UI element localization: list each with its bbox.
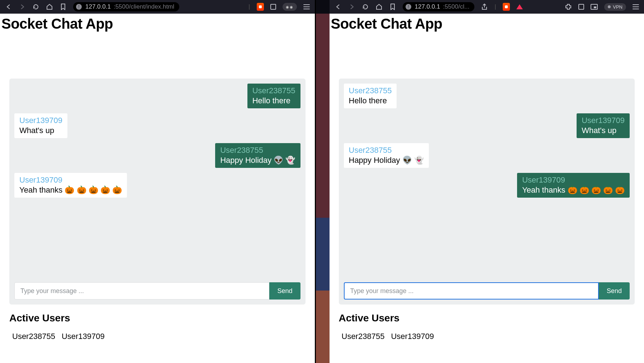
chat-message: User139709 What's up [14,113,67,138]
chat-message: User238755 Hello there [247,84,300,108]
active-user-item: User139709 [391,332,434,341]
site-info-icon[interactable]: ! [75,3,82,10]
chat-message: User238755 Hello there [344,84,397,108]
window-gap [316,0,330,363]
chat-panel: User238755 Hello there User139709 What's… [339,79,635,305]
site-info-icon[interactable]: ! [405,3,412,10]
message-text: Happy Holiday 👽 👻 [220,156,295,165]
chat-message: User139709 What's up [577,113,630,138]
chat-message: User238755 Happy Holiday 👽 👻 [344,143,429,168]
message-username: User139709 [522,175,625,185]
toolbar-separator: | [248,3,250,10]
message-text: What's up [582,126,616,135]
url-host: 127.0.0.1 [85,3,111,10]
pip-icon[interactable] [591,4,598,10]
message-username: User139709 [582,116,625,126]
message-username: User238755 [252,86,295,96]
share-icon[interactable] [481,3,488,10]
nav-back-icon[interactable] [5,3,12,10]
nav-forward-icon[interactable] [348,3,355,10]
url-path: :5500/client/index.html [114,3,174,10]
message-username: User139709 [19,175,122,185]
menu-icon[interactable] [303,4,310,9]
message-list: User238755 Hello there User139709 What's… [344,84,630,278]
browser-toolbar: ! 127.0.0.1:5500/cl... | VPN [330,0,644,14]
brave-shield-icon[interactable] [503,3,510,11]
send-button[interactable]: Send [269,282,300,300]
message-text: Hello there [252,96,290,105]
chat-message: User238755 Happy Holiday 👽 👻 [215,143,300,168]
active-users-section: Active Users User238755 User139709 [330,305,644,341]
message-text: Happy Holiday 👽 👻 [349,156,424,165]
extensions-icon[interactable] [565,3,572,10]
active-users-list: User238755 User139709 [9,332,306,341]
address-bar[interactable]: ! 127.0.0.1:5500/cl... [403,2,475,11]
message-username: User238755 [220,145,295,155]
message-input[interactable] [14,282,269,300]
nav-home-icon[interactable] [375,3,383,10]
reader-mode-icon[interactable] [283,3,297,11]
message-text: Yeah thanks 🎃 🎃 🎃 🎃 🎃 [522,185,625,194]
brave-shield-icon[interactable] [257,3,264,11]
svg-text:!: ! [78,4,79,9]
url-host: 127.0.0.1 [415,3,440,10]
chat-page: Socket Chat App User238755 Hello there U… [0,14,315,363]
chat-page: Socket Chat App User238755 Hello there U… [330,14,644,363]
message-username: User238755 [349,86,392,96]
chat-message: User139709 Yeah thanks 🎃 🎃 🎃 🎃 🎃 [517,173,630,198]
message-text: Hello there [349,96,387,105]
message-input-row: Send [14,282,300,300]
active-users-heading: Active Users [9,312,306,324]
toolbar-separator: | [494,3,496,10]
bookmark-icon[interactable] [60,3,67,10]
svg-text:!: ! [408,4,409,9]
message-list: User238755 Hello there User139709 What's… [14,84,300,278]
url-path: :5500/cl... [443,3,469,10]
nav-forward-icon[interactable] [19,3,26,10]
message-username: User238755 [349,145,424,155]
active-users-section: Active Users User238755 User139709 [0,305,315,341]
active-users-list: User238755 User139709 [339,332,635,341]
nav-reload-icon[interactable] [32,3,39,10]
browser-window-right: ! 127.0.0.1:5500/cl... | VPN Socket Chat… [330,0,644,363]
address-bar[interactable]: ! 127.0.0.1:5500/client/index.html [73,2,179,11]
menu-icon[interactable] [633,4,639,9]
bookmark-icon[interactable] [389,3,396,10]
active-users-heading: Active Users [339,312,635,324]
page-title: Socket Chat App [0,14,315,32]
message-input[interactable] [344,282,599,300]
brave-rewards-icon[interactable] [516,4,523,9]
sidebar-toggle-icon[interactable] [270,4,276,10]
browser-window-left: ! 127.0.0.1:5500/client/index.html | Soc… [0,0,316,363]
chat-panel: User238755 Hello there User139709 What's… [9,79,306,305]
message-username: User139709 [19,116,62,126]
message-text: Yeah thanks 🎃 🎃 🎃 🎃 🎃 [19,185,122,194]
message-input-row: Send [344,282,630,300]
message-text: What's up [19,126,54,135]
nav-home-icon[interactable] [46,3,53,10]
page-title: Socket Chat App [330,14,644,32]
send-button[interactable]: Send [599,282,630,300]
active-user-item: User238755 [12,332,55,341]
vpn-badge[interactable]: VPN [604,3,626,11]
chat-message: User139709 Yeah thanks 🎃 🎃 🎃 🎃 🎃 [14,173,127,198]
active-user-item: User139709 [62,332,105,341]
nav-back-icon[interactable] [335,3,342,10]
sidebar-toggle-icon[interactable] [578,4,584,10]
browser-toolbar: ! 127.0.0.1:5500/client/index.html | [0,0,315,14]
nav-reload-icon[interactable] [362,3,369,10]
active-user-item: User238755 [342,332,385,341]
